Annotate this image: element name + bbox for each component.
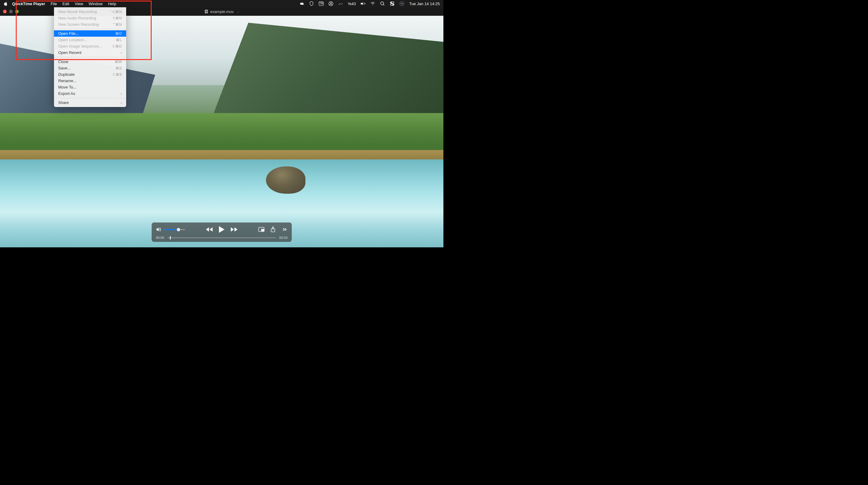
volume-icon[interactable] (156, 227, 161, 232)
menu-item-new-movie-recording[interactable]: New Movie Recording⌥⌘N (54, 8, 126, 15)
menu-separator (54, 57, 126, 57)
svg-point-15 (400, 1, 404, 6)
filename-label: example.mov (210, 9, 234, 14)
menu-item-label: Duplicate (58, 72, 74, 77)
menu-item-label: Move To... (58, 85, 76, 90)
duration-label: 00:03 (279, 236, 287, 239)
menu-item-open-recent[interactable]: Open Recent› (54, 50, 126, 56)
svg-point-1 (330, 2, 332, 4)
chevron-right-icon: › (121, 92, 122, 96)
control-center-icon[interactable] (390, 1, 395, 6)
menu-item-label: Rename... (58, 78, 76, 83)
pip-button[interactable] (258, 227, 265, 232)
menu-item-shortcut: ⌘S (116, 66, 122, 70)
battery-icon[interactable] (361, 1, 366, 6)
menu-item-shortcut: ⌘O (115, 32, 122, 36)
video-rock-region (266, 166, 305, 194)
svg-point-4 (340, 3, 341, 4)
menu-item-label: Open Recent (58, 50, 82, 55)
menu-file[interactable]: File (51, 1, 57, 6)
apple-logo-icon[interactable] (4, 1, 8, 6)
menu-item-new-audio-recording[interactable]: New Audio Recording⇧⌘N (54, 15, 126, 21)
menu-item-open-image-sequence[interactable]: Open Image Sequence...⇧⌘O (54, 43, 126, 50)
filename-chevron-icon: ⌄ (237, 10, 239, 13)
menu-item-shortcut: ⌃⌘N (112, 23, 122, 27)
wifi-icon[interactable] (370, 1, 375, 6)
menu-item-open-file[interactable]: Open File...⌘O (54, 30, 126, 37)
menu-help[interactable]: Help (108, 1, 116, 6)
playback-controls: 00:00 00:03 (152, 223, 292, 242)
cloud-icon[interactable] (299, 1, 304, 6)
menu-item-shortcut: ⇧⌘O (112, 44, 122, 48)
secondary-controls (258, 226, 287, 232)
menu-item-label: Export As (58, 91, 75, 96)
svg-point-10 (381, 2, 384, 5)
menu-item-move-to[interactable]: Move To... (54, 84, 126, 90)
menu-item-export-as[interactable]: Export As› (54, 90, 126, 97)
menu-view[interactable]: View (74, 1, 83, 6)
close-window-button[interactable] (3, 10, 7, 13)
transport-controls (205, 226, 238, 233)
document-icon (204, 9, 208, 13)
menu-item-share[interactable]: Share› (54, 99, 126, 106)
shield-icon[interactable] (309, 1, 314, 6)
menu-item-duplicate[interactable]: Duplicate⇧⌘S (54, 71, 126, 77)
search-icon[interactable] (380, 1, 385, 6)
svg-point-12 (391, 2, 392, 3)
menu-item-label: Open Location... (58, 38, 87, 42)
input-source-icon[interactable]: TR (319, 1, 323, 6)
current-time-label: 00:00 (156, 236, 164, 239)
menu-item-open-location[interactable]: Open Location...⌘L (54, 37, 126, 43)
menu-item-shortcut: ⇧⌘N (112, 16, 122, 20)
zoom-window-button[interactable] (15, 10, 19, 13)
menu-item-label: Save... (58, 66, 70, 70)
menu-item-shortcut: ⌥⌘N (111, 10, 122, 14)
menu-item-shortcut: ⇧⌘S (112, 72, 122, 77)
battery-percent[interactable]: %43 (348, 1, 356, 6)
play-button[interactable] (218, 226, 225, 233)
menubar: QuickTime Player File Edit View Window H… (0, 0, 443, 7)
user-icon[interactable] (329, 1, 333, 6)
timeline-row: 00:00 00:03 (156, 236, 287, 239)
menubar-status-area: TR %43 Tue Jan 14 14:25 (299, 1, 440, 6)
app-name[interactable]: QuickTime Player (12, 1, 45, 6)
datetime[interactable]: Tue Jan 14 14:25 (409, 1, 440, 6)
siri-icon[interactable] (399, 1, 404, 6)
svg-point-5 (341, 4, 342, 5)
menu-item-save[interactable]: Save...⌘S (54, 65, 126, 71)
svg-rect-8 (365, 3, 365, 4)
menu-item-new-screen-recording[interactable]: New Screen Recording⌃⌘N (54, 21, 126, 28)
file-dropdown-menu: New Movie Recording⌥⌘NNew Audio Recordin… (54, 7, 126, 107)
volume-group (156, 227, 185, 232)
svg-point-2 (339, 4, 339, 5)
svg-point-3 (340, 4, 340, 4)
volume-slider[interactable] (164, 229, 185, 230)
title-filename-group[interactable]: example.mov ⌄ (204, 9, 239, 14)
timeline-scrubber[interactable] (167, 237, 276, 238)
chevron-right-icon: › (121, 51, 122, 55)
menu-item-label: Open File... (58, 31, 79, 36)
more-button[interactable] (281, 227, 287, 232)
rewind-button[interactable] (205, 227, 213, 232)
menu-item-close[interactable]: Close⌘W (54, 59, 126, 65)
minimize-window-button[interactable] (9, 10, 13, 13)
svg-point-6 (342, 3, 343, 4)
display-icon[interactable] (338, 1, 343, 6)
menu-item-label: New Audio Recording (58, 16, 96, 20)
share-button[interactable] (271, 226, 275, 232)
svg-point-14 (393, 4, 394, 5)
chevron-right-icon: › (121, 101, 122, 104)
menu-item-label: Open Image Sequence... (58, 44, 102, 48)
menu-item-label: Share (58, 100, 69, 105)
svg-rect-19 (261, 229, 264, 231)
menu-item-shortcut: ⌘L (116, 38, 122, 42)
menu-edit[interactable]: Edit (62, 1, 69, 6)
menu-item-label: New Screen Recording (58, 22, 99, 27)
menu-item-label: Close (58, 59, 68, 64)
menu-window[interactable]: Window (89, 1, 102, 6)
traffic-lights (3, 10, 19, 13)
fast-forward-button[interactable] (230, 227, 238, 232)
menu-item-shortcut: ⌘W (115, 60, 122, 64)
menu-item-rename[interactable]: Rename... (54, 77, 126, 84)
menu-separator (54, 98, 126, 98)
